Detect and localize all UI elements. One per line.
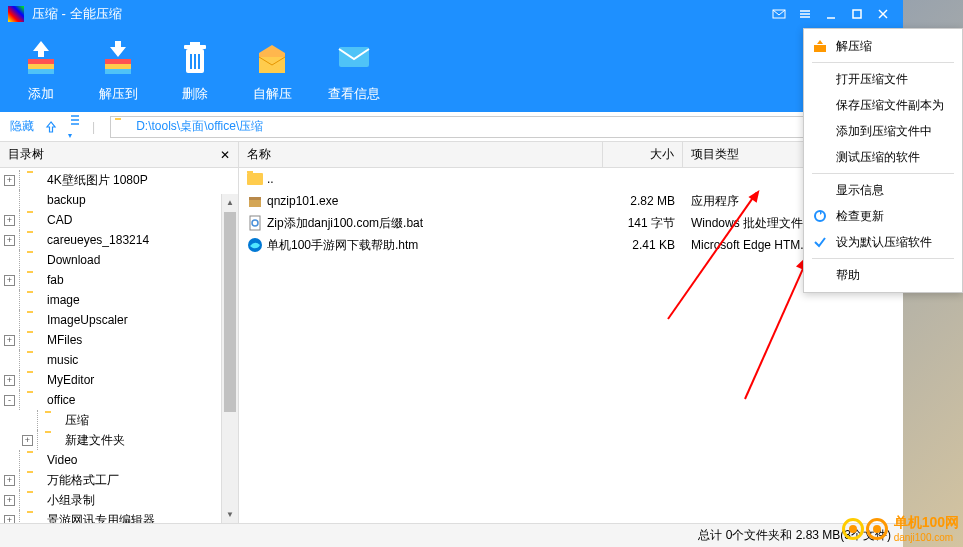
tree-item[interactable]: Video (0, 450, 238, 470)
svg-rect-5 (853, 10, 861, 18)
menu-item[interactable]: 解压缩 (804, 33, 962, 59)
menu-item[interactable]: 添加到压缩文件中 (804, 118, 962, 144)
tree-item[interactable]: image (0, 290, 238, 310)
tree-item[interactable]: +景游网讯专用编辑器 (0, 510, 238, 523)
tree-label: CAD (47, 213, 72, 227)
tree-item[interactable]: backup (0, 190, 238, 210)
tree-panel: 目录树 ✕ +4K壁纸图片 1080Pbackup+CAD+careueyes_… (0, 142, 239, 523)
mail-button[interactable] (767, 2, 791, 26)
menu-item[interactable]: 打开压缩文件 (804, 66, 962, 92)
folder-icon (27, 453, 43, 467)
tree-item[interactable]: music (0, 350, 238, 370)
menu-item[interactable]: 检查更新 (804, 203, 962, 229)
tree-scrollbar[interactable]: ▲▼ (221, 194, 238, 523)
main-toolbar: 添加解压到删除自解压查看信息 (0, 28, 903, 112)
tree-toggle-icon[interactable]: + (4, 215, 15, 226)
menu-item[interactable]: 保存压缩文件副本为 (804, 92, 962, 118)
tree-body[interactable]: +4K壁纸图片 1080Pbackup+CAD+careueyes_183214… (0, 168, 238, 523)
tree-item[interactable]: +fab (0, 270, 238, 290)
tree-toggle-icon[interactable]: - (4, 395, 15, 406)
menu-label: 测试压缩的软件 (836, 149, 920, 166)
tree-item[interactable]: +CAD (0, 210, 238, 230)
tree-label: MFiles (47, 333, 82, 347)
file-name: qnzip101.exe (267, 194, 338, 208)
folder-icon (27, 513, 43, 523)
tree-toggle-icon[interactable]: + (4, 175, 15, 186)
tree-close-icon[interactable]: ✕ (220, 148, 230, 162)
view-info-button[interactable]: 查看信息 (328, 37, 380, 103)
tree-toggle-icon[interactable]: + (22, 435, 33, 446)
svg-rect-11 (105, 59, 131, 64)
file-size: 2.82 MB (603, 194, 683, 208)
tree-label: ImageUpscaler (47, 313, 128, 327)
up-button[interactable] (44, 120, 58, 134)
tree-spacer (4, 455, 15, 466)
file-icon (247, 171, 263, 187)
folder-icon (27, 393, 43, 407)
scrollbar-thumb[interactable] (224, 212, 236, 412)
tree-item[interactable]: +新建文件夹 (0, 430, 238, 450)
folder-icon (27, 293, 43, 307)
tree-toggle-icon[interactable]: + (4, 375, 15, 386)
view-info-button-icon (333, 37, 375, 79)
tree-toggle-icon[interactable]: + (4, 475, 15, 486)
tree-item[interactable]: -office (0, 390, 238, 410)
folder-icon (27, 253, 43, 267)
close-button[interactable] (871, 2, 895, 26)
add-button[interactable]: 添加 (20, 37, 62, 103)
tree-toggle-icon[interactable]: + (4, 235, 15, 246)
menu-label: 添加到压缩文件中 (836, 123, 932, 140)
tool-label: 删除 (182, 85, 208, 103)
extract-to-button-icon (97, 37, 139, 79)
menu-item[interactable]: 设为默认压缩软件 (804, 229, 962, 255)
menu-item[interactable]: 测试压缩的软件 (804, 144, 962, 170)
tree-label: careueyes_183214 (47, 233, 149, 247)
file-size: 141 字节 (603, 215, 683, 232)
tree-item[interactable]: +careueyes_183214 (0, 230, 238, 250)
hide-button[interactable]: 隐藏 (10, 118, 34, 135)
tree-item[interactable]: 压缩 (0, 410, 238, 430)
watermark-title: 单机100网 (894, 514, 959, 532)
col-size[interactable]: 大小 (603, 142, 683, 167)
tree-label: MyEditor (47, 373, 94, 387)
menu-item[interactable]: 帮助 (804, 262, 962, 288)
extract-to-button[interactable]: 解压到 (97, 37, 139, 103)
menu-label: 帮助 (836, 267, 860, 284)
tree-item[interactable]: Download (0, 250, 238, 270)
svg-rect-10 (28, 69, 54, 74)
col-name[interactable]: 名称 (239, 142, 603, 167)
tree-toggle-icon[interactable]: + (4, 335, 15, 346)
tree-toggle-icon[interactable]: + (4, 495, 15, 506)
file-icon (247, 215, 263, 231)
list-view-button[interactable]: ▾ (68, 113, 82, 141)
tree-toggle-icon[interactable]: + (4, 515, 15, 524)
delete-button[interactable]: 删除 (174, 37, 216, 103)
folder-icon (45, 413, 61, 427)
tree-label: Video (47, 453, 77, 467)
folder-icon (27, 313, 43, 327)
menu-button[interactable] (793, 2, 817, 26)
tree-label: Download (47, 253, 100, 267)
nav-bar: 隐藏 ▾ | D:\tools\桌面\office\压缩 (0, 112, 903, 142)
tree-label: 景游网讯专用编辑器 (47, 512, 155, 524)
tree-toggle-icon[interactable]: + (4, 275, 15, 286)
svg-rect-30 (814, 45, 826, 52)
tree-label: 万能格式工厂 (47, 472, 119, 489)
tree-item[interactable]: +MFiles (0, 330, 238, 350)
selfextract-button[interactable]: 自解压 (251, 37, 293, 103)
tree-title: 目录树 (8, 146, 44, 163)
menu-label: 保存压缩文件副本为 (836, 97, 944, 114)
tree-item[interactable]: +4K壁纸图片 1080P (0, 170, 238, 190)
folder-icon (27, 333, 43, 347)
tree-label: 4K壁纸图片 1080P (47, 172, 148, 189)
tree-item[interactable]: +MyEditor (0, 370, 238, 390)
minimize-button[interactable] (819, 2, 843, 26)
menu-item[interactable]: 显示信息 (804, 177, 962, 203)
tree-item[interactable]: +小组录制 (0, 490, 238, 510)
tree-item[interactable]: +万能格式工厂 (0, 470, 238, 490)
tree-item[interactable]: ImageUpscaler (0, 310, 238, 330)
statusbar: 总计 0个文件夹和 2.83 MB(3个文件) (0, 523, 903, 547)
path-input[interactable]: D:\tools\桌面\office\压缩 (110, 116, 893, 138)
watermark-url: danji100.com (894, 532, 959, 543)
maximize-button[interactable] (845, 2, 869, 26)
